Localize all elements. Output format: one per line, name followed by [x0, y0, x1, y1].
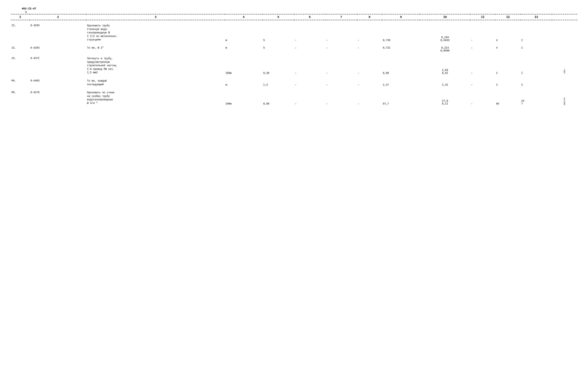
- col-header-7: 7: [325, 14, 357, 20]
- row-desc: Затянуть в трубу,предусмотреннуюстроител…: [86, 56, 225, 75]
- row-col10: 2,69 0,8I: [420, 56, 470, 75]
- col-header-4: 4: [225, 14, 263, 20]
- row-col11: –: [470, 90, 496, 106]
- row-col8: –: [357, 46, 382, 53]
- row-col10: 0,2I4 0,0506: [420, 46, 470, 53]
- row-desc: То же, каждыйпоследующий: [86, 78, 225, 87]
- table-header: I 2 3 4 5 6 7 8 9 IO II I2 I3: [11, 14, 577, 20]
- row-side: 5937/м: [552, 90, 577, 106]
- col-header-10: IO: [420, 14, 470, 20]
- row-col7: –: [325, 23, 357, 42]
- table-row: 2I. 8-4293 Проложить трубустальную водо-…: [11, 23, 577, 42]
- row-col5: 5: [263, 23, 294, 42]
- row-col11: –: [470, 23, 496, 42]
- col-header-8: 8: [357, 14, 382, 20]
- row-col7: –: [325, 46, 357, 53]
- row-code: 8-4276: [30, 90, 86, 106]
- main-table: I 2 3 4 5 6 7 8 9 IO II I2 I3 2I. 8-4293…: [11, 14, 577, 109]
- row-code: 8-4293: [30, 46, 86, 53]
- row-num: 23.: [11, 56, 30, 75]
- row-col6: –: [294, 90, 326, 106]
- doc-sub: Ц: [25, 11, 577, 13]
- row-col11: –: [470, 56, 496, 75]
- table-row: M4. 8-4403 То же, каждыйпоследующий м I,…: [11, 78, 577, 87]
- col-header-13: I3: [521, 14, 552, 20]
- row-col7: –: [325, 78, 357, 87]
- row-code: 8-4403: [30, 78, 86, 87]
- row-col11: –: [470, 78, 496, 87]
- row-col11: –: [470, 46, 496, 53]
- row-desc: То же, Ø 2": [86, 46, 225, 53]
- row-col5: 0,30: [263, 56, 294, 75]
- col-header-12: I2: [495, 14, 521, 20]
- row-col6: –: [294, 78, 326, 87]
- col-header-9: 9: [382, 14, 420, 20]
- col-header-5: 5: [263, 14, 294, 20]
- row-col5: 5: [263, 46, 294, 53]
- row-side: -103-: [552, 56, 577, 75]
- row-col10: I,3I: [420, 78, 470, 87]
- row-col6: –: [294, 23, 326, 42]
- row-col4: I00м: [225, 56, 263, 75]
- row-col13: I: [521, 23, 552, 42]
- row-col4: м: [225, 78, 263, 87]
- row-col4: I00м: [225, 90, 263, 106]
- row-desc: Проложить трубустальную водо-газопроводн…: [86, 23, 225, 42]
- row-col7: –: [325, 90, 357, 106]
- row-col8: –: [357, 23, 382, 42]
- row-col9: 0,739: [382, 23, 420, 42]
- row-col10: 27,8 8,II: [420, 90, 470, 106]
- row-col5: I,3: [263, 78, 294, 87]
- row-col6: –: [294, 56, 326, 75]
- row-col4: м: [225, 23, 263, 42]
- row-col5: 0,88: [263, 90, 294, 106]
- row-num: M5.: [11, 90, 30, 106]
- doc-id: 402-I2-47: [22, 7, 577, 10]
- row-col6: –: [294, 46, 326, 53]
- row-num: M4.: [11, 78, 30, 87]
- row-col10: 0,194 0,0433: [420, 23, 470, 42]
- row-num: 22.: [11, 46, 30, 53]
- row-col8: –: [357, 90, 382, 106]
- row-col8: –: [357, 56, 382, 75]
- row-desc: Проложить по стенена скобах трубуводогаз…: [86, 90, 225, 106]
- col-header-11: II: [470, 14, 496, 20]
- table-row: 22. 8-4293 То же, Ø 2" м 5 – – – 0,72I 0…: [11, 46, 577, 53]
- row-col13: I: [521, 56, 552, 75]
- row-col9: 97,7: [382, 90, 420, 106]
- row-code: 8-437I: [30, 56, 86, 75]
- row-col7: –: [325, 56, 357, 75]
- row-col12: 3: [495, 78, 521, 87]
- row-col12: 4: [495, 46, 521, 53]
- row-col9: 0,72I: [382, 46, 420, 53]
- table-row: M5. 8-4276 Проложить по стенена скобах т…: [11, 90, 577, 106]
- row-col9: 2,37: [382, 78, 420, 87]
- row-col8: –: [357, 78, 382, 87]
- row-col12: 2: [495, 56, 521, 75]
- row-side: [552, 78, 577, 87]
- row-col13: 24 7: [521, 90, 552, 106]
- row-col9: 6,86: [382, 56, 420, 75]
- col-header-side: [552, 14, 577, 20]
- col-header-1: I: [11, 14, 30, 20]
- col-header-2: 2: [30, 14, 86, 20]
- col-header-3: 3: [86, 14, 225, 20]
- row-code: 8-4293: [30, 23, 86, 42]
- row-side: [552, 23, 577, 42]
- row-num: 2I.: [11, 23, 30, 42]
- row-col4: м: [225, 46, 263, 53]
- row-col12: 86: [495, 90, 521, 106]
- col-header-6: 6: [294, 14, 326, 20]
- row-col13: 2: [521, 78, 552, 87]
- row-side: [552, 46, 577, 53]
- table-row: 23. 8-437I Затянуть в трубу,предусмотрен…: [11, 56, 577, 75]
- row-col13: I: [521, 46, 552, 53]
- row-col12: 4: [495, 23, 521, 42]
